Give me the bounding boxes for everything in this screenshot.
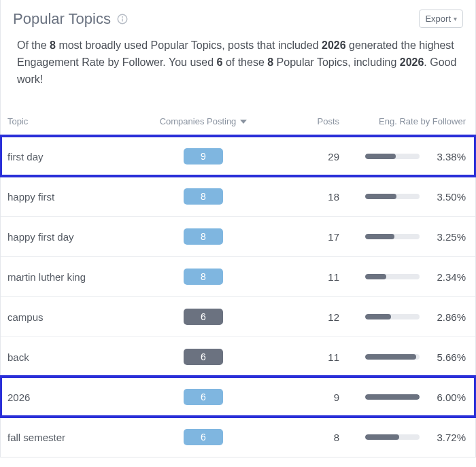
col-header-companies-label: Companies Posting [160, 116, 237, 126]
cell-engagement: 2.86% [339, 311, 470, 323]
cell-posts: 12 [265, 311, 339, 323]
cell-engagement: 3.72% [339, 432, 470, 443]
chevron-down-icon: ▾ [454, 15, 457, 22]
eng-bar [365, 194, 420, 199]
summary-text: Of the 8 most broadly used Popular Topic… [1, 35, 475, 104]
eng-bar [365, 274, 420, 279]
svg-point-1 [122, 16, 123, 17]
eng-value: 2.34% [429, 271, 466, 283]
eng-value: 5.66% [429, 351, 466, 363]
summary-part: Popular Topics, including [273, 56, 400, 68]
companies-pill: 8 [184, 188, 223, 205]
table-row[interactable]: 2026696.00% [1, 377, 475, 417]
cell-posts: 29 [265, 151, 339, 162]
eng-bar [365, 314, 420, 319]
cell-companies: 6 [142, 309, 265, 325]
table-header-row: Topic Companies Posting Posts Eng. Rate … [1, 104, 475, 136]
eng-value: 3.50% [429, 191, 466, 203]
cell-engagement: 3.38% [339, 151, 470, 162]
table-row[interactable]: back6115.66% [1, 336, 475, 377]
cell-posts: 9 [265, 392, 339, 403]
table-row[interactable]: first day9293.38% [1, 136, 475, 176]
eng-value: 3.38% [429, 151, 466, 162]
summary-bold: 2026 [400, 56, 424, 68]
summary-bold: 8 [267, 56, 273, 68]
sort-desc-icon [240, 120, 247, 124]
cell-engagement: 5.66% [339, 351, 470, 363]
eng-value: 2.86% [429, 311, 466, 323]
cell-posts: 11 [265, 351, 339, 363]
info-icon[interactable] [116, 13, 129, 25]
table-row[interactable]: happy first day8173.25% [1, 216, 475, 256]
cell-topic: first day [6, 151, 142, 162]
cell-topic: martin luther king [6, 271, 142, 283]
companies-pill: 8 [184, 228, 223, 245]
eng-bar [365, 354, 420, 360]
eng-bar [365, 434, 420, 440]
panel-title: Popular Topics [13, 10, 111, 28]
summary-part: most broadly used Popular Topics, posts … [56, 39, 322, 51]
summary-part: Of the [17, 39, 50, 51]
col-header-posts[interactable]: Posts [265, 116, 339, 126]
cell-companies: 8 [142, 188, 265, 205]
table-row[interactable]: campus6122.86% [1, 296, 475, 336]
export-button[interactable]: Export ▾ [419, 10, 463, 28]
eng-value: 6.00% [429, 392, 466, 403]
table-body: first day9293.38%happy first8183.50%happ… [1, 136, 475, 457]
cell-engagement: 3.25% [339, 231, 470, 243]
table-row[interactable]: fall semester683.72% [1, 417, 475, 457]
summary-bold: 8 [50, 39, 56, 51]
panel-title-wrap: Popular Topics [13, 10, 129, 28]
cell-topic: campus [6, 311, 142, 323]
table-row[interactable]: happy first8183.50% [1, 176, 475, 216]
svg-rect-2 [122, 18, 123, 22]
cell-engagement: 3.50% [339, 191, 470, 203]
col-header-topic[interactable]: Topic [6, 116, 142, 126]
cell-companies: 8 [142, 269, 265, 285]
export-label: Export [425, 14, 451, 24]
cell-companies: 6 [142, 429, 265, 445]
cell-topic: happy first [6, 191, 142, 203]
cell-companies: 6 [142, 349, 265, 365]
cell-companies: 8 [142, 228, 265, 245]
col-header-companies[interactable]: Companies Posting [142, 116, 265, 126]
companies-pill: 6 [184, 429, 223, 445]
panel-header: Popular Topics Export ▾ [1, 0, 475, 35]
cell-topic: happy first day [6, 231, 142, 243]
summary-bold: 2026 [322, 39, 346, 51]
eng-value: 3.72% [429, 432, 466, 443]
cell-engagement: 6.00% [339, 392, 470, 403]
cell-posts: 11 [265, 271, 339, 283]
companies-pill: 6 [184, 389, 223, 405]
eng-value: 3.25% [429, 231, 466, 243]
col-header-engagement[interactable]: Eng. Rate by Follower [339, 116, 470, 126]
companies-pill: 8 [184, 269, 223, 285]
eng-bar [365, 394, 420, 400]
popular-topics-panel: Popular Topics Export ▾ Of the 8 most br… [0, 0, 476, 457]
companies-pill: 6 [184, 309, 223, 325]
cell-companies: 6 [142, 389, 265, 405]
cell-posts: 8 [265, 432, 339, 443]
cell-topic: fall semester [6, 432, 142, 443]
eng-bar [365, 234, 420, 239]
table-row[interactable]: martin luther king8112.34% [1, 256, 475, 296]
companies-pill: 6 [184, 349, 223, 365]
cell-engagement: 2.34% [339, 271, 470, 283]
companies-pill: 9 [184, 148, 223, 165]
summary-part: of these [222, 56, 267, 68]
cell-posts: 18 [265, 191, 339, 203]
cell-companies: 9 [142, 148, 265, 165]
cell-posts: 17 [265, 231, 339, 243]
topics-table: Topic Companies Posting Posts Eng. Rate … [1, 104, 475, 457]
cell-topic: back [6, 351, 142, 363]
eng-bar [365, 154, 420, 159]
cell-topic: 2026 [6, 392, 142, 403]
